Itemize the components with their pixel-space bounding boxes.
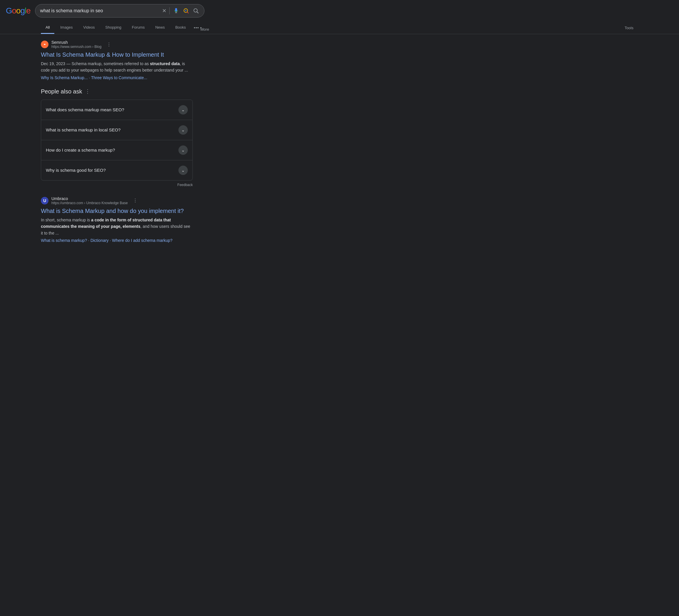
tab-books[interactable]: Books: [170, 22, 190, 34]
umbraco-snippet-before: In short, schema markup is: [41, 218, 91, 222]
paa-chevron-1: ⌄: [179, 105, 188, 115]
paa-item-1[interactable]: What does schema markup mean SEO? ⌄: [41, 100, 193, 120]
paa-menu-icon[interactable]: ⋮: [85, 88, 90, 95]
tab-forums[interactable]: Forums: [127, 22, 150, 34]
paa-chevron-4: ⌄: [179, 166, 188, 175]
paa-chevron-2: ⌄: [179, 125, 188, 135]
result-card-umbraco: U Umbraco https://umbraco.com › Umbraco …: [41, 196, 193, 243]
nav-tabs: All Images Videos Shopping Forums News B…: [0, 22, 679, 34]
paa-question-4: Why is schema good for SEO?: [46, 168, 106, 173]
semrush-source-menu[interactable]: ⋮: [106, 42, 111, 47]
google-logo: Google: [6, 6, 30, 15]
paa-item-3[interactable]: How do I create a schema markup? ⌄: [41, 140, 193, 160]
result-source-umbraco: U Umbraco https://umbraco.com › Umbraco …: [41, 196, 193, 205]
umbraco-result-links: What is schema markup? · Dictionary · Wh…: [41, 238, 193, 243]
people-also-ask-section: People also ask ⋮ What does schema marku…: [41, 88, 193, 189]
paa-question-1: What does schema markup mean SEO?: [46, 107, 124, 112]
mic-icon[interactable]: [172, 7, 180, 14]
tab-news[interactable]: News: [151, 22, 170, 34]
result-source-semrush: Semrush https://www.semrush.com › Blog ⋮: [41, 40, 193, 49]
feedback-button[interactable]: Feedback: [177, 183, 193, 187]
semrush-source-info: Semrush https://www.semrush.com › Blog: [52, 40, 101, 49]
tab-all[interactable]: All: [41, 22, 54, 34]
umbraco-favicon: U: [41, 197, 48, 204]
semrush-link1[interactable]: Why Is Schema Markup...: [41, 75, 88, 80]
umbraco-link1[interactable]: What is schema markup?: [41, 238, 87, 243]
paa-item-4[interactable]: Why is schema good for SEO? ⌄: [41, 160, 193, 181]
header: Google what is schema markup in seo ✕: [0, 0, 679, 22]
semrush-snippet-separator: —: [66, 61, 71, 66]
clear-icon[interactable]: ✕: [162, 8, 166, 14]
semrush-result-snippet: Dec 19, 2023 — Schema markup, sometimes …: [41, 61, 193, 74]
tab-videos[interactable]: Videos: [78, 22, 100, 34]
semrush-date: Dec 19, 2023: [41, 61, 65, 66]
umbraco-source-info: Umbraco https://umbraco.com › Umbraco Kn…: [52, 196, 128, 205]
lens-icon[interactable]: [183, 7, 190, 14]
feedback-row: Feedback: [41, 181, 193, 189]
paa-header: People also ask ⋮: [41, 88, 193, 95]
umbraco-url: https://umbraco.com › Umbraco Knowledge …: [52, 201, 128, 205]
search-bar-icons: ✕: [162, 7, 199, 14]
result-card-semrush: Semrush https://www.semrush.com › Blog ⋮…: [41, 40, 193, 80]
tab-shopping[interactable]: Shopping: [101, 22, 126, 34]
semrush-link2[interactable]: Three Ways to Communicate...: [91, 75, 147, 80]
more-menu[interactable]: More: [192, 24, 204, 32]
semrush-favicon: [41, 41, 48, 48]
tools-tab[interactable]: Tools: [620, 22, 638, 34]
umbraco-result-title[interactable]: What is Schema Markup and how do you imp…: [41, 207, 193, 215]
paa-question-2: What is schema markup in local SEO?: [46, 127, 121, 132]
semrush-snippet-bold: structured data: [150, 61, 180, 66]
umbraco-link2[interactable]: Dictionary: [91, 238, 109, 243]
umbraco-name: Umbraco: [52, 196, 128, 201]
umbraco-link-separator1: ·: [87, 238, 91, 243]
semrush-result-links: Why Is Schema Markup... · Three Ways to …: [41, 75, 193, 80]
more-label: More: [200, 27, 201, 28]
search-bar[interactable]: what is schema markup in seo ✕: [35, 4, 204, 18]
paa-chevron-3: ⌄: [179, 145, 188, 155]
search-input[interactable]: what is schema markup in seo: [40, 8, 159, 13]
umbraco-favicon-letter: U: [43, 198, 46, 203]
search-bar-wrapper: what is schema markup in seo ✕: [35, 4, 204, 18]
semrush-link-separator: ·: [88, 75, 91, 80]
paa-item-2[interactable]: What is schema markup in local SEO? ⌄: [41, 120, 193, 140]
semrush-snippet-before: Schema markup, sometimes referred to as: [71, 61, 150, 66]
umbraco-result-snippet: In short, schema markup is a code in the…: [41, 217, 193, 236]
umbraco-link-separator2: ·: [109, 238, 112, 243]
semrush-url: https://www.semrush.com › Blog: [52, 45, 101, 49]
search-submit-icon[interactable]: [192, 7, 199, 14]
umbraco-link3[interactable]: Where do I add schema markup?: [112, 238, 172, 243]
search-divider: [169, 7, 170, 14]
paa-question-3: How do I create a schema markup?: [46, 148, 115, 153]
semrush-name: Semrush: [52, 40, 101, 45]
tab-images[interactable]: Images: [56, 22, 77, 34]
paa-title: People also ask: [41, 88, 82, 95]
main-content: Semrush https://www.semrush.com › Blog ⋮…: [0, 34, 234, 257]
umbraco-source-menu[interactable]: ⋮: [133, 198, 137, 203]
semrush-result-title[interactable]: What Is Schema Markup & How to Implement…: [41, 51, 193, 59]
